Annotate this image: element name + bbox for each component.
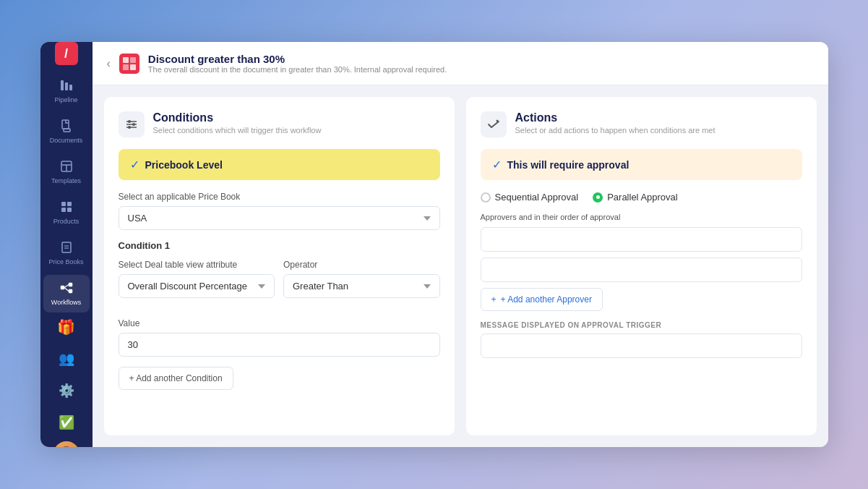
pipeline-icon: [59, 78, 74, 95]
approval-card-title: This will require approval: [507, 159, 629, 171]
value-group: Value: [119, 318, 440, 357]
sidebar-item-label-pipeline: Pipeline: [54, 96, 77, 104]
condition-attribute-operator-row: Select Deal table view attribute Overall…: [119, 260, 440, 308]
actions-panel: Actions Select or add actions to happen …: [466, 97, 817, 435]
actions-title: Actions: [515, 111, 716, 124]
add-approver-button[interactable]: + + Add another Approver: [481, 288, 603, 311]
attribute-select[interactable]: Overall Discount Percentage: [119, 274, 275, 298]
operator-group: Operator Greater Than: [283, 260, 440, 298]
value-label: Value: [119, 318, 440, 328]
sidebar-item-label-products: Products: [53, 218, 80, 226]
user-avatar[interactable]: 👩: [53, 441, 80, 447]
documents-icon: [59, 119, 74, 135]
back-button[interactable]: ‹: [107, 57, 111, 70]
main-area: ‹ Discount greater: [93, 42, 828, 447]
header: ‹ Discount greater: [93, 42, 828, 85]
svg-rect-11: [67, 208, 72, 212]
svg-point-25: [128, 126, 131, 129]
app-logo-icon: /: [55, 42, 78, 65]
operator-label: Operator: [283, 260, 440, 270]
conditions-title: Conditions: [153, 111, 322, 124]
svg-line-18: [64, 285, 69, 288]
svg-rect-12: [62, 242, 71, 252]
parallel-approval-label: Parallel Approval: [607, 192, 678, 203]
approval-action-card[interactable]: ✓ This will require approval: [481, 149, 802, 180]
header-title: Discount greater than 30%: [148, 53, 447, 65]
content: Conditions Select conditions which will …: [93, 85, 828, 447]
sidebar-item-label-templates: Templates: [51, 177, 81, 185]
sequential-approval-radio[interactable]: Sequential Approval: [481, 192, 579, 203]
actions-title-group: Actions Select or add actions to happen …: [515, 111, 716, 135]
svg-point-26: [496, 120, 498, 122]
svg-rect-8: [61, 202, 66, 206]
sidebar-logo[interactable]: /: [40, 42, 93, 65]
parallel-radio-circle: [593, 192, 603, 203]
approval-type-radio-group: Sequential Approval Parallel Approval: [481, 192, 802, 203]
approver-input-1[interactable]: [481, 227, 802, 252]
team-icon-btn[interactable]: 👥: [53, 346, 80, 372]
value-input[interactable]: [119, 333, 440, 357]
svg-rect-4: [64, 129, 70, 132]
message-label: MESSAGE DISPLAYED ON APPROVAL TRIGGER: [481, 321, 802, 329]
sidebar-bottom: 🎁 👥 ⚙️ ✅ 👩: [53, 314, 80, 447]
settings-icon-btn[interactable]: ⚙️: [53, 378, 80, 404]
sidebar-item-label-documents: Documents: [50, 137, 83, 145]
sidebar: / Pipeline: [40, 42, 93, 447]
gift-icon-btn[interactable]: 🎁: [53, 314, 80, 340]
svg-line-19: [64, 288, 69, 292]
sidebar-nav: Pipeline Documents: [40, 65, 93, 314]
add-approver-label: + Add another Approver: [501, 294, 592, 305]
conditions-title-group: Conditions Select conditions which will …: [153, 111, 322, 135]
sidebar-item-products[interactable]: Products: [43, 194, 90, 231]
add-condition-button[interactable]: + Add another Condition: [119, 367, 233, 390]
conditions-panel-header: Conditions Select conditions which will …: [119, 111, 440, 137]
conditions-icon: [119, 111, 145, 137]
svg-rect-16: [69, 283, 72, 286]
pricebook-condition-card[interactable]: ✓ Pricebook Level: [119, 149, 440, 180]
approval-check-icon: ✓: [492, 158, 502, 171]
header-subtitle: The overall discount in the document in …: [148, 65, 447, 74]
actions-panel-header: Actions Select or add actions to happen …: [481, 111, 802, 137]
svg-rect-17: [69, 289, 72, 293]
actions-subtitle: Select or add actions to happen when con…: [515, 126, 716, 135]
header-text: Discount greater than 30% The overall di…: [148, 53, 447, 74]
parallel-approval-radio[interactable]: Parallel Approval: [593, 192, 678, 203]
pricebooks-icon: [59, 240, 74, 257]
operator-select[interactable]: Greater Than: [283, 274, 440, 298]
message-input[interactable]: [481, 333, 802, 358]
conditions-panel: Conditions Select conditions which will …: [104, 97, 455, 435]
svg-rect-10: [61, 208, 66, 212]
svg-rect-2: [69, 85, 72, 90]
add-approver-plus-icon: +: [491, 294, 497, 305]
check-icon-btn[interactable]: ✅: [53, 409, 80, 435]
svg-rect-15: [61, 286, 64, 289]
add-condition-label: + Add another Condition: [129, 373, 223, 383]
condition1-title: Condition 1: [119, 240, 440, 251]
price-book-group: Select an applicable Price Book USA UK E…: [119, 192, 440, 230]
pricebook-card-title: Pricebook Level: [145, 159, 223, 171]
approver-input-2[interactable]: [481, 258, 802, 282]
sidebar-item-pricebooks[interactable]: Price Books: [43, 234, 90, 272]
conditions-subtitle: Select conditions which will trigger thi…: [153, 126, 322, 135]
svg-point-24: [132, 123, 135, 126]
actions-icon: [481, 111, 507, 137]
svg-rect-0: [61, 80, 64, 90]
products-icon: [59, 200, 74, 216]
approvers-label: Approvers and in their order of approval: [481, 213, 802, 221]
sidebar-item-workflows[interactable]: Workflows: [43, 275, 90, 312]
price-book-select[interactable]: USA UK EU Global: [119, 206, 440, 230]
header-icon-container: [119, 54, 139, 74]
sidebar-item-pipeline[interactable]: Pipeline: [43, 72, 90, 110]
attribute-label: Select Deal table view attribute: [119, 260, 275, 270]
svg-rect-9: [67, 202, 72, 206]
pricebook-check-icon: ✓: [130, 158, 139, 171]
svg-point-23: [128, 120, 131, 123]
price-book-label: Select an applicable Price Book: [119, 192, 440, 202]
sidebar-item-templates[interactable]: Templates: [43, 153, 90, 191]
sidebar-item-documents[interactable]: Documents: [43, 113, 90, 150]
sidebar-item-label-workflows: Workflows: [51, 299, 81, 307]
attribute-group: Select Deal table view attribute Overall…: [119, 260, 275, 298]
templates-icon: [59, 159, 74, 176]
workflows-icon: [59, 281, 74, 297]
sidebar-item-label-pricebooks: Price Books: [48, 258, 83, 266]
